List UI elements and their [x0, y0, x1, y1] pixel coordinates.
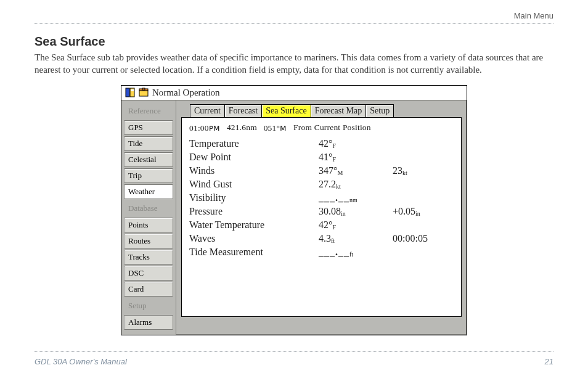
svg-rect-5 [142, 88, 145, 90]
row-value-1: 42°F [319, 138, 393, 149]
device-screenshot: Normal Operation ReferenceGPSTideCelesti… [121, 85, 467, 335]
svg-rect-0 [126, 88, 129, 97]
subtab-current[interactable]: Current [190, 104, 225, 118]
sidebar-item-celestial[interactable]: Celestial [124, 152, 173, 167]
sidebar-item-reference: Reference [124, 103, 173, 119]
row-unit-1: F [332, 156, 336, 163]
sidebar-item-gps[interactable]: GPS [124, 120, 173, 135]
page-title: Sea Surface [35, 35, 553, 49]
row-label: Temperature [189, 138, 319, 149]
data-row-pressure: Pressure30.08in+0.05in [189, 205, 454, 218]
row-label: Wind Gust [189, 179, 319, 190]
sidebar-item-trip[interactable]: Trip [124, 168, 173, 183]
row-unit-1: kt [336, 183, 341, 190]
data-rows: Temperature42°FDew Point41°FWinds347°M23… [189, 137, 454, 259]
sidebar-item-tide[interactable]: Tide [124, 136, 173, 151]
data-row-visibility: Visibility___.__nm [189, 191, 454, 205]
row-label: Dew Point [189, 152, 319, 163]
row-value-1: 42°F [319, 219, 393, 231]
svg-rect-2 [131, 89, 134, 91]
sidebar-item-setup: Setup [124, 298, 173, 314]
row-label: Tide Measurement [189, 247, 319, 258]
subtab-forecast[interactable]: Forecast [224, 104, 262, 118]
row-unit-1: nm [349, 197, 357, 203]
row-value-1: ___.__ft [319, 247, 393, 258]
sidebar-item-dsc[interactable]: DSC [124, 266, 173, 281]
row-value-1: 41°F [319, 152, 393, 163]
row-value-1: 347°M [319, 165, 393, 176]
row-value-1: ___.__nm [319, 192, 393, 203]
row-unit-1: F [332, 224, 336, 231]
data-row-temperature: Temperature42°F [189, 137, 454, 150]
status-from: From Current Position [293, 123, 371, 133]
row-value-2: 00:00:05 [393, 233, 454, 244]
svg-rect-3 [139, 91, 148, 96]
status-time: 01:00ᴘᴍ [189, 123, 220, 133]
row-unit-1: ft [331, 237, 335, 244]
sidebar-item-routes[interactable]: Routes [124, 234, 173, 248]
row-value-2: +0.05in [393, 206, 454, 217]
data-row-wind-gust: Wind Gust27.2kt [189, 178, 454, 191]
subtab-bar: CurrentForecastSea SurfaceForecast MapSe… [190, 104, 462, 118]
section-body: The Sea Surface sub tab provides weather… [35, 51, 553, 76]
app-icon-left [125, 88, 135, 97]
row-unit-1: ft [349, 251, 353, 258]
data-row-water-temperature: Water Temperature42°F [189, 218, 454, 232]
subtab-sea-surface[interactable]: Sea Surface [261, 104, 311, 118]
row-unit-1: M [337, 170, 343, 176]
header-section-label: Main Menu [514, 11, 553, 20]
sidebar-item-card[interactable]: Card [124, 282, 173, 297]
row-label: Water Temperature [189, 219, 319, 231]
window-title: Normal Operation [152, 88, 220, 98]
data-row-winds: Winds347°M23kt [189, 164, 454, 178]
data-row-tide-measurement: Tide Measurement___.__ft [189, 245, 454, 259]
data-row-dew-point: Dew Point41°F [189, 150, 454, 164]
row-label: Waves [189, 233, 319, 244]
sidebar-item-weather[interactable]: Weather [124, 184, 173, 199]
row-label: Pressure [189, 206, 319, 217]
subtab-forecast-map[interactable]: Forecast Map [311, 104, 367, 118]
row-unit-1: F [332, 142, 336, 149]
app-icon-right [139, 88, 149, 97]
row-value-1: 4.3ft [319, 233, 393, 244]
top-divider [35, 23, 553, 24]
footer-manual-title: GDL 30A Owner's Manual [35, 357, 127, 366]
data-row-waves: Waves4.3ft00:00:05 [189, 232, 454, 245]
window-titlebar: Normal Operation [121, 86, 467, 100]
sidebar-item-database: Database [124, 200, 173, 216]
sea-surface-panel: 01:00ᴘᴍ 421.6nm 051°ᴍ From Current Posit… [181, 117, 462, 317]
row-label: Visibility [189, 192, 319, 203]
row-label: Winds [189, 165, 319, 176]
status-line: 01:00ᴘᴍ 421.6nm 051°ᴍ From Current Posit… [189, 123, 454, 133]
row-unit-1: in [341, 210, 346, 217]
subtab-setup[interactable]: Setup [365, 104, 394, 118]
row-unit-2: kt [402, 170, 407, 176]
row-value-1: 27.2kt [319, 179, 393, 190]
sidebar: ReferenceGPSTideCelestialTripWeatherData… [121, 100, 176, 335]
row-unit-2: in [415, 210, 420, 217]
row-value-2: 23kt [393, 165, 454, 176]
page-footer: GDL 30A Owner's Manual 21 [35, 351, 553, 366]
sidebar-item-alarms[interactable]: Alarms [124, 315, 173, 330]
status-bearing: 051°ᴍ [264, 123, 287, 133]
sidebar-item-tracks[interactable]: Tracks [124, 250, 173, 264]
footer-page-number: 21 [545, 357, 553, 366]
status-distance: 421.6nm [227, 123, 257, 133]
sidebar-item-points[interactable]: Points [124, 218, 173, 232]
row-value-1: 30.08in [319, 206, 393, 217]
